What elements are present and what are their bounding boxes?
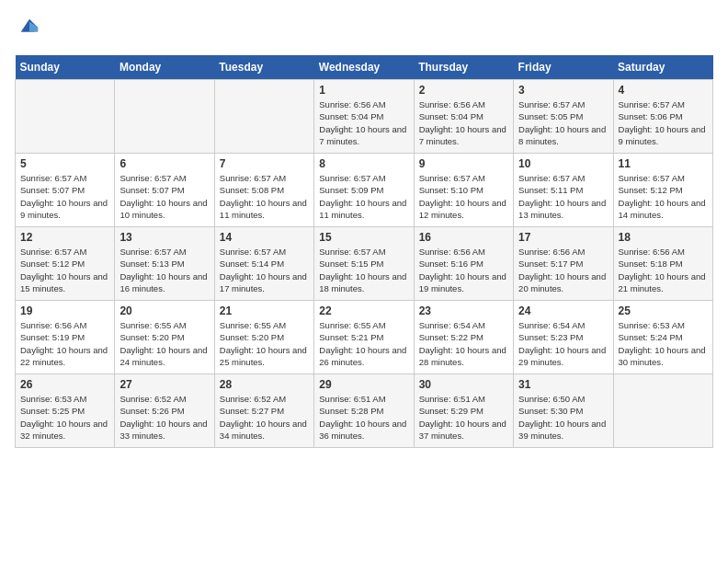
calendar-cell: 18Sunrise: 6:56 AM Sunset: 5:18 PM Dayli… [613, 227, 712, 301]
day-info: Sunrise: 6:53 AM Sunset: 5:25 PM Dayligh… [20, 393, 109, 442]
day-info: Sunrise: 6:57 AM Sunset: 5:09 PM Dayligh… [319, 172, 408, 221]
day-info: Sunrise: 6:50 AM Sunset: 5:30 PM Dayligh… [518, 393, 608, 442]
calendar-cell: 6Sunrise: 6:57 AM Sunset: 5:07 PM Daylig… [115, 154, 214, 227]
day-number: 25 [619, 304, 708, 317]
day-number: 8 [319, 157, 408, 170]
calendar-cell: 29Sunrise: 6:51 AM Sunset: 5:28 PM Dayli… [314, 374, 414, 448]
calendar-cell: 3Sunrise: 6:57 AM Sunset: 5:05 PM Daylig… [514, 80, 613, 154]
calendar-cell: 25Sunrise: 6:53 AM Sunset: 5:24 PM Dayli… [613, 301, 712, 374]
day-info: Sunrise: 6:55 AM Sunset: 5:20 PM Dayligh… [119, 319, 209, 368]
day-number: 3 [518, 84, 608, 97]
day-info: Sunrise: 6:51 AM Sunset: 5:29 PM Dayligh… [419, 393, 508, 442]
calendar-cell: 1Sunrise: 6:56 AM Sunset: 5:04 PM Daylig… [314, 80, 414, 154]
calendar-cell: 19Sunrise: 6:56 AM Sunset: 5:19 PM Dayli… [16, 301, 115, 374]
calendar-cell: 2Sunrise: 6:56 AM Sunset: 5:04 PM Daylig… [414, 80, 513, 154]
day-number: 2 [419, 84, 508, 97]
calendar-header-row: SundayMondayTuesdayWednesdayThursdayFrid… [16, 55, 713, 80]
calendar-cell: 16Sunrise: 6:56 AM Sunset: 5:16 PM Dayli… [414, 227, 513, 301]
day-number: 9 [419, 157, 508, 170]
day-info: Sunrise: 6:57 AM Sunset: 5:10 PM Dayligh… [419, 172, 508, 221]
day-info: Sunrise: 6:57 AM Sunset: 5:11 PM Dayligh… [518, 172, 608, 221]
day-number: 20 [119, 304, 209, 317]
day-number: 23 [419, 304, 508, 317]
calendar-cell: 31Sunrise: 6:50 AM Sunset: 5:30 PM Dayli… [514, 374, 613, 448]
day-info: Sunrise: 6:52 AM Sunset: 5:27 PM Dayligh… [220, 393, 309, 442]
calendar-cell: 17Sunrise: 6:56 AM Sunset: 5:17 PM Dayli… [514, 227, 613, 301]
calendar-cell: 9Sunrise: 6:57 AM Sunset: 5:10 PM Daylig… [414, 154, 513, 227]
day-info: Sunrise: 6:57 AM Sunset: 5:08 PM Dayligh… [220, 172, 309, 221]
calendar-cell: 11Sunrise: 6:57 AM Sunset: 5:12 PM Dayli… [613, 154, 712, 227]
day-info: Sunrise: 6:57 AM Sunset: 5:05 PM Dayligh… [518, 98, 608, 147]
calendar-week-row: 19Sunrise: 6:56 AM Sunset: 5:19 PM Dayli… [16, 301, 713, 374]
day-number: 17 [518, 231, 608, 244]
calendar-cell: 7Sunrise: 6:57 AM Sunset: 5:08 PM Daylig… [214, 154, 313, 227]
calendar-cell: 21Sunrise: 6:55 AM Sunset: 5:20 PM Dayli… [214, 301, 313, 374]
day-number: 1 [319, 84, 408, 97]
calendar-cell: 13Sunrise: 6:57 AM Sunset: 5:13 PM Dayli… [115, 227, 214, 301]
header-friday: Friday [514, 55, 613, 80]
calendar-cell: 12Sunrise: 6:57 AM Sunset: 5:12 PM Dayli… [16, 227, 115, 301]
logo [15, 15, 42, 44]
header-monday: Monday [115, 55, 214, 80]
calendar-cell: 15Sunrise: 6:57 AM Sunset: 5:15 PM Dayli… [314, 227, 414, 301]
header-tuesday: Tuesday [214, 55, 313, 80]
day-info: Sunrise: 6:54 AM Sunset: 5:22 PM Dayligh… [419, 319, 508, 368]
day-number: 13 [119, 231, 209, 244]
day-number: 30 [419, 378, 508, 391]
day-number: 27 [119, 378, 209, 391]
calendar-cell: 4Sunrise: 6:57 AM Sunset: 5:06 PM Daylig… [613, 80, 712, 154]
calendar-table: SundayMondayTuesdayWednesdayThursdayFrid… [15, 55, 713, 448]
day-number: 19 [20, 304, 109, 317]
day-number: 4 [619, 84, 708, 97]
calendar-cell: 22Sunrise: 6:55 AM Sunset: 5:21 PM Dayli… [314, 301, 414, 374]
header-thursday: Thursday [414, 55, 513, 80]
day-number: 24 [518, 304, 608, 317]
calendar-cell: 28Sunrise: 6:52 AM Sunset: 5:27 PM Dayli… [214, 374, 313, 448]
calendar-week-row: 26Sunrise: 6:53 AM Sunset: 5:25 PM Dayli… [16, 374, 713, 448]
day-info: Sunrise: 6:55 AM Sunset: 5:20 PM Dayligh… [220, 319, 309, 368]
day-info: Sunrise: 6:57 AM Sunset: 5:12 PM Dayligh… [619, 172, 708, 221]
day-number: 16 [419, 231, 508, 244]
calendar-cell: 10Sunrise: 6:57 AM Sunset: 5:11 PM Dayli… [514, 154, 613, 227]
day-number: 31 [518, 378, 608, 391]
calendar-cell: 5Sunrise: 6:57 AM Sunset: 5:07 PM Daylig… [16, 154, 115, 227]
day-info: Sunrise: 6:57 AM Sunset: 5:07 PM Dayligh… [20, 172, 109, 221]
day-info: Sunrise: 6:56 AM Sunset: 5:17 PM Dayligh… [518, 246, 608, 294]
day-number: 29 [319, 378, 408, 391]
day-info: Sunrise: 6:57 AM Sunset: 5:13 PM Dayligh… [119, 246, 209, 294]
svg-marker-1 [29, 21, 38, 31]
day-number: 21 [220, 304, 309, 317]
header-sunday: Sunday [16, 55, 115, 80]
logo-icon [17, 15, 42, 40]
day-info: Sunrise: 6:57 AM Sunset: 5:12 PM Dayligh… [20, 246, 109, 294]
day-number: 5 [20, 157, 109, 170]
calendar-week-row: 12Sunrise: 6:57 AM Sunset: 5:12 PM Dayli… [16, 227, 713, 301]
day-info: Sunrise: 6:54 AM Sunset: 5:23 PM Dayligh… [518, 319, 608, 368]
day-info: Sunrise: 6:57 AM Sunset: 5:07 PM Dayligh… [119, 172, 209, 221]
calendar-cell: 30Sunrise: 6:51 AM Sunset: 5:29 PM Dayli… [414, 374, 513, 448]
day-number: 7 [220, 157, 309, 170]
calendar-cell: 26Sunrise: 6:53 AM Sunset: 5:25 PM Dayli… [16, 374, 115, 448]
calendar-week-row: 1Sunrise: 6:56 AM Sunset: 5:04 PM Daylig… [16, 80, 713, 154]
day-info: Sunrise: 6:51 AM Sunset: 5:28 PM Dayligh… [319, 393, 408, 442]
day-number: 18 [619, 231, 708, 244]
day-info: Sunrise: 6:57 AM Sunset: 5:15 PM Dayligh… [319, 246, 408, 294]
day-number: 10 [518, 157, 608, 170]
page-header [15, 15, 713, 44]
calendar-cell [16, 80, 115, 154]
calendar-cell: 24Sunrise: 6:54 AM Sunset: 5:23 PM Dayli… [514, 301, 613, 374]
calendar-cell [115, 80, 214, 154]
calendar-cell: 20Sunrise: 6:55 AM Sunset: 5:20 PM Dayli… [115, 301, 214, 374]
day-number: 11 [619, 157, 708, 170]
calendar-week-row: 5Sunrise: 6:57 AM Sunset: 5:07 PM Daylig… [16, 154, 713, 227]
calendar-cell [214, 80, 313, 154]
day-number: 22 [319, 304, 408, 317]
day-info: Sunrise: 6:56 AM Sunset: 5:16 PM Dayligh… [419, 246, 508, 294]
day-info: Sunrise: 6:57 AM Sunset: 5:06 PM Dayligh… [619, 98, 708, 147]
header-wednesday: Wednesday [314, 55, 414, 80]
calendar-cell: 14Sunrise: 6:57 AM Sunset: 5:14 PM Dayli… [214, 227, 313, 301]
day-info: Sunrise: 6:56 AM Sunset: 5:19 PM Dayligh… [20, 319, 109, 368]
day-number: 15 [319, 231, 408, 244]
calendar-cell: 27Sunrise: 6:52 AM Sunset: 5:26 PM Dayli… [115, 374, 214, 448]
header-saturday: Saturday [613, 55, 712, 80]
